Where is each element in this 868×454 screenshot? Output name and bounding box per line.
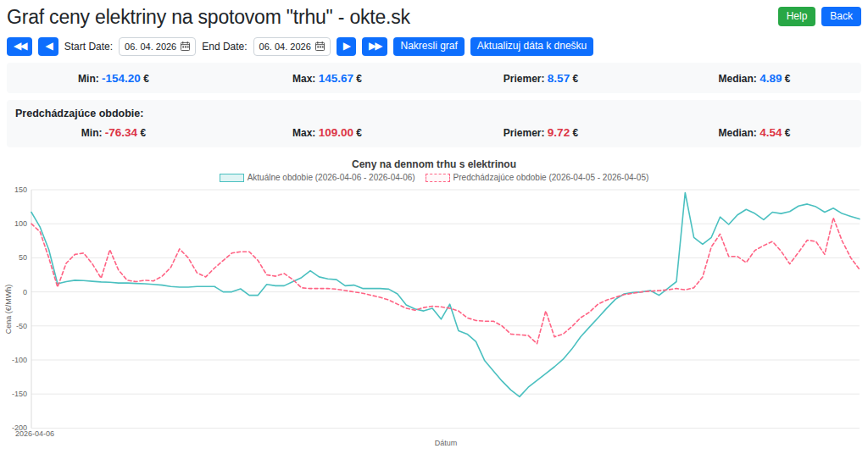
stat-unit: € (572, 127, 578, 139)
stat-label: Priemer: (504, 73, 545, 85)
toolbar: ◀◀ ◀ Start Date: 06. 04. 2026 End Date: … (0, 30, 868, 56)
current-stats-grid: Min: -154.20 € Max: 145.67 € Priemer: 8.… (7, 63, 861, 93)
help-button[interactable]: Help (778, 7, 816, 26)
back-button[interactable]: Back (821, 7, 861, 26)
next-button[interactable]: ▶ (337, 37, 356, 55)
calendar-icon[interactable] (315, 42, 325, 53)
y-tick-label: 50 (19, 253, 27, 262)
stat-unit: € (356, 127, 362, 139)
y-tick-label: 100 (14, 219, 27, 228)
draw-graph-button[interactable]: Nakresli graf (393, 37, 464, 55)
y-tick-label: 150 (14, 185, 27, 194)
stat-value: 145.67 (319, 72, 353, 85)
stat-value: 9.72 (548, 126, 570, 139)
y-tick-label: -50 (16, 322, 27, 330)
calendar-icon[interactable] (181, 42, 190, 53)
stat-value: -76.34 (105, 126, 137, 139)
stat-unit: € (140, 127, 146, 139)
current-period-stats: Min: -154.20 € Max: 145.67 € Priemer: 8.… (7, 63, 861, 93)
x-axis-title: Dátum (435, 439, 458, 447)
stat-label: Median: (719, 73, 757, 85)
stat-median-current: Median: 4.89 € (648, 72, 861, 85)
chart-canvas: 150100500-50-100-150-2002026-04-06DátumC… (0, 157, 868, 454)
stat-label: Priemer: (504, 127, 545, 139)
stat-min-current: Min: -154.20 € (7, 72, 220, 85)
update-data-button[interactable]: Aktualizuj dáta k dnešku (470, 37, 593, 55)
series-line-dashed (31, 218, 860, 344)
header-buttons: Help Back (778, 4, 861, 26)
stat-unit: € (356, 73, 362, 85)
previous-period-heading: Predchádzajúce obdobie: (7, 100, 861, 119)
stat-label: Median: (719, 127, 757, 139)
page-header: Graf ceny elektriny na spotovom "trhu" -… (0, 0, 868, 30)
page-title: Graf ceny elektriny na spotovom "trhu" -… (7, 4, 410, 30)
stat-value: 4.89 (760, 72, 782, 85)
stat-label: Max: (292, 73, 315, 85)
stat-median-previous: Median: 4.54 € (648, 126, 861, 139)
stat-avg-current: Priemer: 8.57 € (434, 72, 648, 85)
stat-value: 4.54 (760, 126, 782, 139)
stat-max-previous: Max: 109.00 € (220, 126, 434, 139)
end-date-value: 06. 04. 2026 (259, 42, 311, 52)
stat-label: Min: (81, 127, 103, 139)
prev-fast-button[interactable]: ◀◀ (7, 37, 32, 55)
series-line-solid (31, 193, 860, 397)
stat-value: 8.57 (548, 72, 570, 85)
y-tick-label: -100 (12, 356, 27, 364)
stat-min-previous: Min: -76.34 € (7, 126, 220, 139)
stat-unit: € (785, 127, 791, 139)
stat-label: Min: (78, 73, 99, 85)
start-date-input[interactable]: 06. 04. 2026 (119, 37, 196, 56)
next-fast-button[interactable]: ▶▶ (362, 37, 387, 55)
stat-avg-previous: Priemer: 9.72 € (434, 126, 648, 139)
previous-stats-grid: Min: -76.34 € Max: 109.00 € Priemer: 9.7… (7, 119, 861, 147)
stat-value: -154.20 (102, 72, 141, 85)
x-tick-label: 2026-04-06 (15, 429, 54, 438)
stat-label: Max: (292, 127, 315, 139)
start-date-label: Start Date: (64, 41, 113, 53)
y-axis-title: Cena (€/MWh) (4, 285, 13, 335)
end-date-input[interactable]: 06. 04. 2026 (253, 37, 331, 56)
stat-max-current: Max: 145.67 € (220, 72, 434, 85)
y-tick-label: 0 (23, 288, 27, 296)
start-date-value: 06. 04. 2026 (125, 42, 176, 52)
price-chart: Ceny na dennom trhu s elektrinou Aktuáln… (0, 157, 868, 454)
stat-unit: € (572, 73, 578, 85)
stat-unit: € (785, 73, 791, 85)
stat-unit: € (143, 73, 149, 85)
stat-value: 109.00 (319, 126, 353, 139)
prev-button[interactable]: ◀ (38, 37, 58, 55)
end-date-label: End Date: (202, 41, 247, 53)
y-tick-label: -150 (12, 390, 27, 398)
previous-period-stats: Predchádzajúce obdobie: Min: -76.34 € Ma… (7, 100, 861, 147)
